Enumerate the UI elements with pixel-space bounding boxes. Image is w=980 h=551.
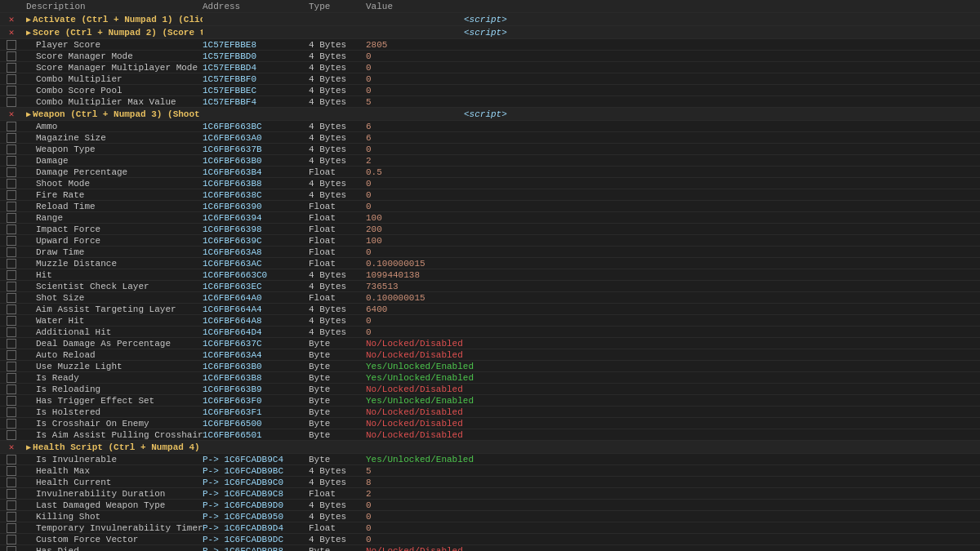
- row-checkbox[interactable]: [7, 213, 16, 223]
- row-checkbox[interactable]: [7, 133, 16, 143]
- item-value[interactable]: 0: [366, 190, 464, 200]
- row-checkbox[interactable]: [7, 224, 16, 234]
- row-checkbox[interactable]: [7, 523, 16, 533]
- row-checkbox[interactable]: [7, 156, 16, 166]
- group-row[interactable]: ✕▶Score (Ctrl + Numpad 2) (Score to popu…: [0, 26, 980, 39]
- group-expand-icon[interactable]: ▶: [26, 29, 31, 38]
- item-value[interactable]: 0: [366, 74, 464, 84]
- row-checkbox[interactable]: [7, 535, 16, 544]
- item-value[interactable]: 0: [366, 247, 464, 257]
- row-checkbox[interactable]: [7, 259, 16, 269]
- row-checkbox[interactable]: [7, 247, 16, 257]
- row-checkbox[interactable]: [7, 373, 16, 383]
- row-checkbox[interactable]: [7, 63, 16, 73]
- item-value[interactable]: 1099440138: [366, 270, 464, 280]
- group-name[interactable]: ▶Weapon (Ctrl + Numpad 3) (Shoot to popu…: [23, 109, 203, 119]
- row-checkbox[interactable]: [7, 202, 16, 211]
- row-checkbox[interactable]: [7, 282, 16, 291]
- item-value[interactable]: 100: [366, 236, 464, 246]
- row-checkbox[interactable]: [7, 179, 16, 189]
- row-checkbox[interactable]: [7, 293, 16, 303]
- item-value[interactable]: 0: [366, 144, 464, 154]
- item-value[interactable]: 0.100000015: [366, 293, 464, 303]
- item-value[interactable]: 0: [366, 202, 464, 211]
- item-value[interactable]: No/Locked/Disabled: [366, 350, 464, 360]
- row-checkbox[interactable]: [7, 327, 16, 337]
- item-value[interactable]: 0.5: [366, 167, 464, 177]
- group-row[interactable]: ✕▶Weapon (Ctrl + Numpad 3) (Shoot to pop…: [0, 108, 980, 121]
- row-checkbox[interactable]: [7, 144, 16, 154]
- item-value[interactable]: 0: [366, 535, 464, 544]
- row-checkbox[interactable]: [7, 316, 16, 326]
- item-value[interactable]: 0: [366, 500, 464, 510]
- row-checkbox[interactable]: [7, 384, 16, 394]
- row-checkbox[interactable]: [7, 430, 16, 440]
- row-checkbox[interactable]: [7, 122, 16, 131]
- item-value[interactable]: 736513: [366, 282, 464, 291]
- row-checkbox[interactable]: [7, 40, 16, 50]
- item-value[interactable]: 0: [366, 63, 464, 73]
- group-name[interactable]: ▶Activate (Ctrl + Numpad 1) (Click here …: [23, 15, 203, 24]
- group-name[interactable]: ▶Health Script (Ctrl + Numpad 4): [23, 442, 203, 452]
- item-value[interactable]: Yes/Unlocked/Enabled: [366, 396, 464, 406]
- group-row[interactable]: ✕▶Activate (Ctrl + Numpad 1) (Click here…: [0, 13, 980, 26]
- item-value[interactable]: No/Locked/Disabled: [366, 339, 464, 349]
- row-checkbox[interactable]: [7, 97, 16, 107]
- item-value[interactable]: 0.100000015: [366, 259, 464, 269]
- item-value[interactable]: No/Locked/Disabled: [366, 384, 464, 394]
- item-value[interactable]: 0: [366, 512, 464, 522]
- item-value[interactable]: 5: [366, 466, 464, 476]
- item-value[interactable]: No/Locked/Disabled: [366, 546, 464, 552]
- row-checkbox[interactable]: [7, 350, 16, 360]
- item-value[interactable]: 0: [366, 316, 464, 326]
- row-checkbox[interactable]: [7, 190, 16, 200]
- row-checkbox[interactable]: [7, 270, 16, 280]
- item-value[interactable]: 0: [366, 327, 464, 337]
- item-value[interactable]: 2805: [366, 40, 464, 50]
- row-checkbox[interactable]: [7, 167, 16, 177]
- item-value[interactable]: 2: [366, 156, 464, 166]
- group-close-icon[interactable]: ✕: [9, 27, 15, 38]
- item-value[interactable]: 8: [366, 478, 464, 487]
- row-checkbox[interactable]: [7, 339, 16, 349]
- group-expand-icon[interactable]: ▶: [26, 443, 31, 452]
- item-value[interactable]: 200: [366, 224, 464, 234]
- group-name[interactable]: ▶Score (Ctrl + Numpad 2) (Score to popul…: [23, 28, 203, 38]
- item-value[interactable]: No/Locked/Disabled: [366, 407, 464, 417]
- row-checkbox[interactable]: [7, 74, 16, 84]
- row-checkbox[interactable]: [7, 304, 16, 314]
- item-value[interactable]: 0: [366, 179, 464, 189]
- row-checkbox[interactable]: [7, 466, 16, 476]
- item-value[interactable]: Yes/Unlocked/Enabled: [366, 373, 464, 383]
- item-value[interactable]: No/Locked/Disabled: [366, 430, 464, 440]
- row-checkbox[interactable]: [7, 500, 16, 510]
- row-checkbox[interactable]: [7, 396, 16, 406]
- item-value[interactable]: 5: [366, 97, 464, 107]
- item-value[interactable]: 2: [366, 489, 464, 499]
- group-close-icon[interactable]: ✕: [9, 109, 15, 119]
- group-close-icon[interactable]: ✕: [9, 14, 15, 24]
- row-checkbox[interactable]: [7, 236, 16, 246]
- item-value[interactable]: 0: [366, 523, 464, 533]
- group-row[interactable]: ✕▶Health Script (Ctrl + Numpad 4): [0, 441, 980, 454]
- item-value[interactable]: 6: [366, 122, 464, 131]
- item-value[interactable]: 6: [366, 133, 464, 143]
- row-checkbox[interactable]: [7, 455, 16, 464]
- item-value[interactable]: Yes/Unlocked/Enabled: [366, 455, 464, 464]
- row-checkbox[interactable]: [7, 86, 16, 96]
- row-checkbox[interactable]: [7, 51, 16, 61]
- item-value[interactable]: 0: [366, 51, 464, 61]
- row-checkbox[interactable]: [7, 489, 16, 499]
- row-checkbox[interactable]: [7, 546, 16, 552]
- item-value[interactable]: 100: [366, 213, 464, 223]
- row-checkbox[interactable]: [7, 512, 16, 522]
- row-checkbox[interactable]: [7, 407, 16, 417]
- group-expand-icon[interactable]: ▶: [26, 16, 31, 24]
- row-checkbox[interactable]: [7, 362, 16, 371]
- item-value[interactable]: No/Locked/Disabled: [366, 419, 464, 429]
- row-checkbox[interactable]: [7, 419, 16, 429]
- row-checkbox[interactable]: [7, 478, 16, 487]
- item-value[interactable]: 0: [366, 86, 464, 96]
- group-close-icon[interactable]: ✕: [9, 442, 15, 452]
- item-value[interactable]: 6400: [366, 304, 464, 314]
